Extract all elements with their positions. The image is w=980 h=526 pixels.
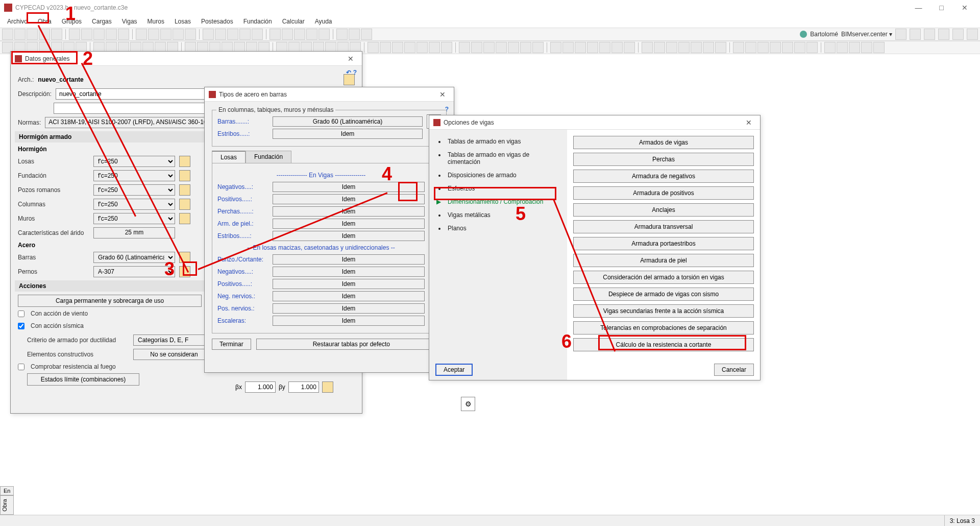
acero-select[interactable]: Grado 60 (Latinoamérica) [93, 252, 175, 263]
option-category-item[interactable]: Esfuerzos [446, 182, 565, 195]
toolbar-button[interactable] [895, 29, 906, 40]
settings-icon[interactable] [179, 266, 190, 277]
tab-fundacion[interactable]: Fundación [246, 151, 291, 163]
toolbar-button[interactable] [148, 29, 159, 40]
settings-icon[interactable] [179, 156, 190, 167]
btn-aceptar[interactable]: Aceptar [435, 364, 473, 376]
btn-restaurar[interactable]: Restaurar tablas por defecto [256, 339, 447, 350]
toolbar-button[interactable] [136, 29, 147, 40]
user-label[interactable]: Bartolomé [810, 31, 838, 38]
toolbar-button[interactable] [910, 29, 921, 40]
toolbar-button[interactable] [429, 42, 440, 53]
option-button[interactable]: Consideración del armado a torsión en vi… [573, 271, 754, 284]
losa-row-value[interactable]: Idem [273, 254, 425, 265]
menu-losas[interactable]: Losas [169, 17, 196, 26]
chk-fuego[interactable] [18, 364, 24, 370]
hormigon-select[interactable]: f'c=250 [93, 184, 175, 196]
bx-input[interactable] [245, 381, 276, 393]
toolbar-button[interactable] [837, 42, 848, 53]
toolbar-button[interactable] [380, 42, 391, 53]
bimserver-dropdown[interactable]: BIMserver.center ▾ [841, 31, 892, 38]
toolbar-button[interactable] [118, 29, 129, 40]
option-category-item[interactable]: Dimensionamiento / Comprobación [446, 195, 565, 208]
toolbar-button[interactable] [873, 42, 885, 53]
hormigon-select[interactable]: f'c=250 [93, 170, 175, 181]
elem-button[interactable]: No se consideran [133, 349, 215, 360]
toolbar-button[interactable] [952, 29, 964, 40]
toolbar-button[interactable] [160, 29, 172, 40]
option-category-item[interactable]: Tablas de armado en vigas [446, 135, 565, 148]
barras-value[interactable]: Grado 60 (Latinoamérica) [273, 116, 423, 127]
close-icon[interactable]: ✕ [344, 55, 358, 63]
side-tab-en[interactable]: En [0, 486, 14, 495]
losa-row-value[interactable]: Idem [273, 303, 425, 314]
settings-icon[interactable] [179, 252, 190, 263]
viga-row-value[interactable]: Idem [273, 231, 425, 241]
toolbar-button[interactable] [967, 29, 978, 40]
toolbar-button[interactable] [227, 29, 238, 40]
toolbar-button[interactable] [757, 42, 769, 53]
viga-row-value[interactable]: Idem [273, 194, 425, 204]
settings-icon[interactable] [179, 213, 190, 224]
tab-losas[interactable]: Losas [212, 151, 246, 163]
menu-fundacion[interactable]: Fundación [238, 17, 277, 26]
toolbar-button[interactable] [575, 42, 586, 53]
toolbar-button[interactable] [239, 29, 251, 40]
toolbar-button[interactable] [361, 29, 372, 40]
hormigon-select[interactable]: f'c=250 [93, 199, 175, 210]
toolbar-button[interactable] [496, 42, 507, 53]
toolbar-button[interactable] [550, 42, 561, 53]
toolbar-button[interactable] [483, 42, 495, 53]
toolbar-button[interactable] [654, 42, 665, 53]
viga-row-value[interactable]: Idem [273, 206, 425, 217]
chk-viento[interactable] [18, 310, 24, 317]
menu-obra[interactable]: Obra [33, 17, 57, 26]
by-input[interactable] [288, 381, 319, 393]
option-button[interactable]: Armadura transversal [573, 220, 754, 233]
losa-row-value[interactable]: Idem [273, 279, 425, 289]
estribos-value[interactable]: Idem [273, 129, 423, 139]
option-button[interactable]: Perchas [573, 153, 754, 166]
option-button[interactable]: Armados de vigas [573, 136, 754, 149]
losa-row-value[interactable]: Idem [273, 316, 425, 326]
toolbar-button[interactable] [666, 42, 677, 53]
toolbar-button[interactable] [404, 42, 415, 53]
toolbar-button[interactable] [441, 42, 452, 53]
losa-row-value[interactable]: Idem [273, 291, 425, 301]
toolbar-button[interactable] [678, 42, 690, 53]
toolbar-button[interactable] [806, 42, 818, 53]
menu-postesados[interactable]: Postesados [196, 17, 238, 26]
toolbar-button[interactable] [703, 42, 714, 53]
toolbar-button[interactable] [770, 42, 781, 53]
option-category-item[interactable]: Vigas metálicas [446, 208, 565, 222]
sliders-icon[interactable]: ⚙ [461, 397, 475, 411]
toolbar-button[interactable] [106, 29, 117, 40]
btn-cancelar[interactable]: Cancelar [714, 364, 754, 376]
toolbar-button[interactable] [861, 42, 872, 53]
carac-arido-value[interactable]: 25 mm [93, 227, 175, 238]
toolbar-button[interactable] [306, 29, 317, 40]
losa-row-value[interactable]: Idem [273, 267, 425, 277]
toolbar-button[interactable] [715, 42, 726, 53]
toolbar-button[interactable] [794, 42, 805, 53]
side-tab-obra[interactable]: Obra [0, 495, 14, 515]
option-button[interactable]: Cálculo de la resistencia a cortante [573, 338, 754, 351]
help-icon[interactable]: ↶ ? [346, 69, 357, 76]
menu-ayuda[interactable]: Ayuda [310, 17, 337, 26]
toolbar-button[interactable] [532, 42, 544, 53]
toolbar-button[interactable] [93, 29, 105, 40]
toolbar-button[interactable] [215, 29, 226, 40]
viga-row-value[interactable]: Idem [273, 182, 425, 192]
toolbar-button[interactable] [642, 42, 653, 53]
option-category-item[interactable]: Disposiciones de armado [446, 169, 565, 182]
toolbar-button[interactable] [294, 29, 305, 40]
option-button[interactable]: Armadura de positivos [573, 186, 754, 200]
menu-cargas[interactable]: Cargas [87, 17, 117, 26]
toolbar-button[interactable] [587, 42, 598, 53]
hormigon-select[interactable]: f'c=250 [93, 213, 175, 224]
toolbar-button[interactable] [624, 42, 635, 53]
option-button[interactable]: Armadura de piel [573, 254, 754, 267]
toolbar-button[interactable] [691, 42, 702, 53]
toolbar-button[interactable] [611, 42, 623, 53]
toolbar-button[interactable] [282, 29, 293, 40]
